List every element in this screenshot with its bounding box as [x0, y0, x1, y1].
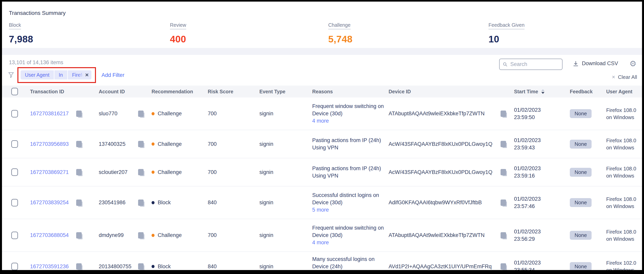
- copy-icon[interactable]: [500, 141, 506, 147]
- copy-icon[interactable]: [500, 169, 506, 175]
- filter-row: User Agent In Firefox × Add Filter: [8, 67, 124, 83]
- copy-icon[interactable]: [76, 111, 82, 117]
- account-id: sluo770: [99, 111, 118, 117]
- stat-review-value: 400: [170, 34, 328, 45]
- add-filter-button[interactable]: Add Filter: [102, 72, 124, 78]
- col-risk-score[interactable]: Risk Score: [208, 89, 260, 95]
- more-reasons-link[interactable]: 4 more: [312, 239, 329, 246]
- event-type: signin: [260, 263, 312, 270]
- sort-asc-arrow: [541, 89, 544, 91]
- col-recommendation[interactable]: Recommendation: [152, 89, 208, 95]
- stat-challenge-label[interactable]: Challenge: [328, 22, 350, 29]
- risk-score: 700: [208, 169, 260, 175]
- col-device-id[interactable]: Device ID: [388, 89, 514, 95]
- filter-chip-value[interactable]: Firefox ×: [68, 70, 92, 79]
- clear-all-button[interactable]: × Clear All: [612, 74, 637, 80]
- search-input[interactable]: [510, 61, 559, 67]
- table-row: 1672703816217 sluo770 Challenge 700 sign…: [2, 98, 642, 130]
- feedback-badge: None: [570, 262, 592, 270]
- copy-icon[interactable]: [500, 199, 506, 206]
- col-feedback[interactable]: Feedback: [570, 89, 606, 95]
- recommendation-dot: [152, 171, 154, 174]
- transaction-id-link[interactable]: 1672703956893: [30, 141, 69, 147]
- row-checkbox[interactable]: [11, 168, 18, 176]
- sort-desc-arrow: [541, 92, 544, 94]
- risk-score: 700: [208, 232, 260, 238]
- copy-icon[interactable]: [76, 199, 82, 206]
- account-id: scloutier207: [99, 169, 128, 175]
- recommendation-dot: [152, 112, 154, 115]
- copy-icon[interactable]: [500, 232, 506, 238]
- copy-icon[interactable]: [500, 263, 506, 270]
- start-date: 01/02/2023: [514, 106, 570, 114]
- device-id: AdifG0KFAQAAI6tqbw9WYxRf0VfJftbB: [388, 199, 482, 206]
- col-user-agent[interactable]: User Agent: [606, 89, 642, 95]
- funnel-icon[interactable]: [8, 71, 15, 79]
- copy-icon[interactable]: [138, 199, 144, 206]
- event-type: signin: [260, 199, 312, 206]
- row-checkbox[interactable]: [11, 110, 18, 118]
- filter-chip-field[interactable]: User Agent: [20, 70, 54, 79]
- sort-icon[interactable]: [541, 89, 544, 94]
- start-date: 01/02/2023: [514, 228, 570, 235]
- more-reasons-link[interactable]: 4 more: [312, 117, 329, 125]
- stat-feedback-given-label[interactable]: Feedback Given: [488, 22, 524, 29]
- transaction-id-link[interactable]: 1672703816217: [30, 111, 69, 117]
- recommendation-label: Challenge: [158, 232, 182, 238]
- more-reasons-link[interactable]: 5 more: [312, 206, 329, 214]
- recommendation-dot: [152, 142, 154, 146]
- copy-icon[interactable]: [76, 141, 82, 147]
- table-row: 1672703956893 137400325 Challenge 700 si…: [2, 130, 642, 158]
- filter-chip-operator[interactable]: In: [54, 70, 67, 79]
- transaction-id-link[interactable]: 1672703839254: [30, 199, 69, 206]
- feedback-badge: None: [570, 140, 592, 149]
- annotation-highlight-box: User Agent In Firefox ×: [18, 67, 96, 83]
- copy-icon[interactable]: [76, 232, 82, 238]
- table-body: 1672703816217 sluo770 Challenge 700 sign…: [2, 98, 642, 270]
- account-id: 137400325: [99, 141, 126, 147]
- copy-icon[interactable]: [500, 111, 506, 117]
- transaction-id-link[interactable]: 1672703869271: [30, 169, 69, 175]
- feedback-badge: None: [570, 231, 592, 240]
- event-type: signin: [260, 169, 312, 175]
- device-id: AcW/43SFAQAAYBzF8lxKUx0PDLGwoy1Q: [388, 141, 492, 147]
- feedback-badge: None: [570, 109, 592, 118]
- stat-review-label[interactable]: Review: [170, 22, 186, 29]
- gear-icon[interactable]: ⚙: [629, 60, 636, 68]
- copy-icon[interactable]: [76, 263, 82, 270]
- row-checkbox[interactable]: [11, 232, 18, 239]
- user-agent: Firefox 108.0 on Windows: [606, 137, 642, 151]
- transaction-id-link[interactable]: 1672703591236: [30, 263, 69, 270]
- copy-icon[interactable]: [76, 169, 82, 175]
- copy-icon[interactable]: [138, 263, 144, 270]
- row-checkbox[interactable]: [11, 199, 18, 206]
- row-checkbox[interactable]: [11, 263, 18, 270]
- reason-text: Frequent window switching on Device (30d…: [312, 103, 385, 117]
- select-all-checkbox[interactable]: [11, 88, 18, 95]
- col-start-time[interactable]: Start Time: [514, 89, 570, 95]
- search-icon: [503, 62, 508, 67]
- start-time: 23:56:29: [514, 235, 570, 243]
- event-type: signin: [260, 232, 312, 238]
- download-csv-button[interactable]: Download CSV: [573, 60, 618, 67]
- copy-icon[interactable]: [138, 169, 144, 175]
- copy-icon[interactable]: [138, 141, 144, 147]
- copy-icon[interactable]: [138, 111, 144, 117]
- risk-score: 700: [208, 111, 260, 117]
- filter-chip-close-icon[interactable]: ×: [85, 72, 89, 78]
- row-checkbox[interactable]: [11, 140, 18, 148]
- col-account-id[interactable]: Account ID: [99, 89, 152, 95]
- copy-icon[interactable]: [138, 232, 144, 238]
- transaction-id-link[interactable]: 1672703688054: [30, 232, 69, 238]
- start-date: 01/02/2023: [514, 259, 570, 266]
- reason-text: Frequent window switching on Device (30d…: [312, 224, 385, 239]
- stat-block-label[interactable]: Block: [9, 22, 21, 29]
- filter-chip[interactable]: User Agent In Firefox ×: [20, 70, 92, 79]
- event-type: signin: [260, 141, 312, 147]
- col-reasons[interactable]: Reasons: [312, 89, 388, 95]
- col-event-type[interactable]: Event Type: [260, 89, 312, 95]
- stat-block: Block 7,988: [9, 22, 170, 45]
- col-transaction-id[interactable]: Transaction ID: [30, 89, 99, 95]
- reason-text: Successful distinct logins on Device (30…: [312, 192, 385, 206]
- screenshot-frame: Transactions Summary Block 7,988 Review …: [0, 0, 644, 274]
